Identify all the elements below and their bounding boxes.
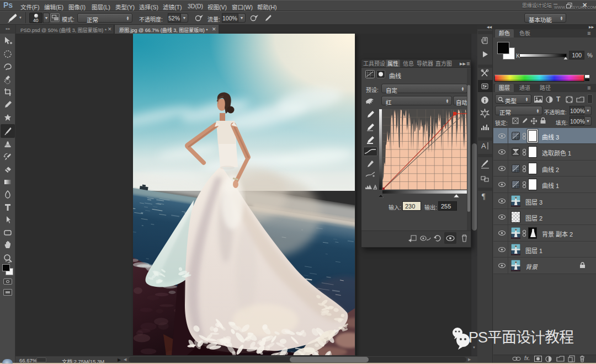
svg-text:A: A	[481, 142, 486, 150]
svg-text:¶: ¶	[482, 192, 486, 201]
